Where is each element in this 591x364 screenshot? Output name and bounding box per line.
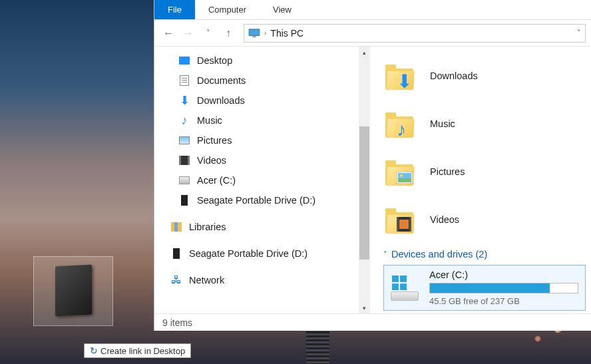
music-note-icon: ♪ (178, 114, 190, 126)
tab-view[interactable]: View (260, 0, 305, 19)
tree-item-label: Seagate Portable Drive (D:) (189, 248, 307, 259)
folder-music[interactable]: ♪ Music (383, 100, 586, 148)
tree-item-label: Music (197, 115, 222, 126)
tree-item-label: Network (189, 275, 224, 285)
svg-rect-7 (399, 220, 409, 229)
folder-videos[interactable]: Videos (383, 196, 586, 244)
tab-view-label: View (273, 5, 292, 15)
drag-tooltip: ↻ Create link in Desktop (84, 343, 191, 358)
svg-rect-12 (392, 283, 399, 290)
svg-rect-0 (249, 29, 260, 35)
file-explorer-window: File Computer View ← → ˅ ↑ › This PC ˅ D… (154, 0, 591, 331)
tab-file-label: File (168, 5, 182, 15)
picture-icon (178, 134, 190, 146)
folder-pictures[interactable]: Pictures (383, 148, 586, 196)
address-dropdown-icon[interactable]: ˅ (577, 29, 581, 37)
forward-button[interactable]: → (180, 25, 197, 42)
svg-rect-5 (398, 178, 411, 182)
drag-tooltip-text: Create link in Desktop (100, 346, 185, 356)
recent-locations-button[interactable]: ˅ (200, 25, 217, 42)
svg-point-4 (400, 174, 403, 177)
tree-videos[interactable]: Videos (154, 150, 370, 170)
tab-computer-label: Computer (208, 5, 246, 15)
music-note-icon: ♪ (397, 119, 406, 140)
desktop-icon (178, 55, 190, 67)
tab-computer[interactable]: Computer (195, 0, 260, 19)
tab-file[interactable]: File (154, 0, 195, 19)
navigation-bar: ← → ˅ ↑ › This PC ˅ (154, 20, 591, 47)
navigation-pane: Desktop Documents ⬇Downloads ♪Music Pict… (154, 47, 370, 313)
drive-usage-bar (429, 283, 578, 293)
tree-item-label: Acer (C:) (197, 175, 236, 186)
desktop-drive-icon[interactable] (33, 256, 113, 326)
drive-info: Acer (C:) 45.5 GB free of 237 GB (429, 270, 578, 306)
external-drive-small-icon (170, 248, 182, 260)
drive-free-text: 45.5 GB free of 237 GB (429, 296, 578, 306)
picture-thumb-icon (397, 167, 413, 188)
tree-pictures[interactable]: Pictures (154, 130, 370, 150)
ribbon-tabs: File Computer View (154, 0, 591, 20)
video-film-icon (397, 215, 411, 236)
folder-label: Downloads (430, 71, 478, 81)
document-icon (178, 75, 190, 87)
tree-removable[interactable]: Seagate Portable Drive (D:) (154, 244, 370, 264)
drive-name: Acer (C:) (429, 270, 578, 280)
tree-downloads[interactable]: ⬇Downloads (154, 91, 370, 110)
svg-rect-8 (397, 217, 399, 232)
tree-item-label: Pictures (197, 135, 232, 146)
tree-libraries[interactable]: Libraries (154, 217, 370, 237)
status-item-count: 9 items (162, 317, 192, 328)
network-icon: 🖧 (170, 274, 182, 286)
folder-label: Music (430, 118, 455, 129)
svg-rect-10 (392, 275, 399, 282)
content-pane: ⬇ Downloads ♪ Music Pictures Videos ˅ De… (370, 47, 591, 313)
tree-network[interactable]: 🖧Network (154, 270, 370, 290)
tree-item-label: Videos (197, 155, 226, 166)
folder-downloads[interactable]: ⬇ Downloads (383, 52, 586, 100)
svg-rect-1 (252, 36, 256, 37)
download-arrow-icon: ⬇ (397, 71, 412, 92)
status-bar: 9 items (154, 313, 591, 331)
group-devices-drives[interactable]: ˅ Devices and drives (2) (383, 244, 586, 262)
tree-item-label: Documents (197, 75, 246, 86)
svg-rect-13 (400, 283, 407, 290)
tree-item-label: Libraries (189, 222, 226, 232)
video-icon (178, 154, 190, 166)
breadcrumb-chevron-icon: › (264, 29, 266, 37)
background-city (306, 327, 329, 364)
download-arrow-icon: ⬇ (178, 94, 190, 106)
back-button[interactable]: ← (160, 25, 177, 42)
tree-music[interactable]: ♪Music (154, 110, 370, 130)
tree-documents[interactable]: Documents (154, 71, 370, 91)
tree-desktop[interactable]: Desktop (154, 51, 370, 71)
tree-drive-d[interactable]: Seagate Portable Drive (D:) (154, 190, 370, 210)
svg-rect-11 (400, 275, 407, 282)
libraries-icon (170, 221, 182, 233)
scroll-up-arrow-icon[interactable]: ▴ (359, 47, 370, 58)
tree-item-label: Downloads (197, 95, 245, 106)
group-header-label: Devices and drives (2) (391, 249, 487, 260)
external-drive-small-icon (178, 194, 190, 206)
folder-label: Pictures (430, 166, 465, 177)
folder-icon (383, 203, 417, 236)
explorer-body: Desktop Documents ⬇Downloads ♪Music Pict… (154, 47, 591, 313)
tree-drive-c[interactable]: Acer (C:) (154, 170, 370, 190)
scroll-down-arrow-icon[interactable]: ▾ (359, 302, 370, 313)
folder-icon: ♪ (383, 107, 417, 140)
os-drive-icon (388, 274, 421, 302)
tree-item-label: Desktop (197, 55, 232, 66)
address-location: This PC (270, 28, 303, 39)
nav-scrollbar-thumb[interactable] (359, 126, 369, 260)
svg-rect-9 (409, 217, 411, 232)
chevron-down-icon: ˅ (383, 250, 387, 259)
up-button[interactable]: ↑ (220, 25, 237, 42)
link-shortcut-icon: ↻ (90, 345, 98, 356)
folder-icon: ⬇ (383, 59, 417, 92)
drive-c-item[interactable]: Acer (C:) 45.5 GB free of 237 GB (383, 265, 586, 311)
this-pc-icon (248, 29, 260, 38)
folder-label: Videos (430, 214, 459, 225)
tree-item-label: Seagate Portable Drive (D:) (197, 195, 315, 206)
folder-icon (383, 155, 417, 188)
hdd-icon (178, 174, 190, 186)
address-bar[interactable]: › This PC ˅ (244, 24, 586, 43)
